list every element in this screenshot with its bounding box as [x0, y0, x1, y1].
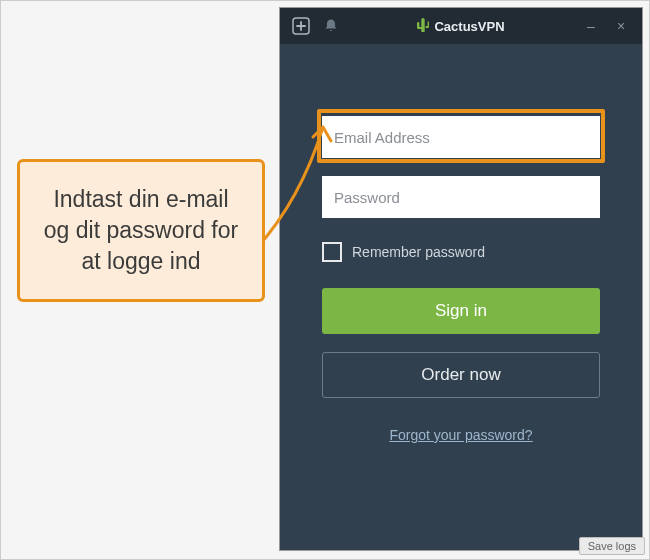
order-button[interactable]: Order now — [322, 352, 600, 398]
login-form: Remember password Sign in Order now Forg… — [280, 44, 642, 550]
window-controls: – × — [576, 11, 636, 41]
annotation-text: Indtast din e-mail og dit password for a… — [44, 186, 238, 274]
remember-checkbox[interactable] — [322, 242, 342, 262]
email-field[interactable] — [322, 116, 600, 158]
cactus-icon — [417, 18, 429, 34]
forgot-row: Forgot your password? — [322, 426, 600, 444]
minimize-button[interactable]: – — [576, 11, 606, 41]
annotation-callout: Indtast din e-mail og dit password for a… — [17, 159, 265, 302]
password-field[interactable] — [322, 176, 600, 218]
signin-button[interactable]: Sign in — [322, 288, 600, 334]
add-icon[interactable] — [286, 11, 316, 41]
remember-row: Remember password — [322, 242, 600, 262]
brand-name: CactusVPN — [434, 19, 504, 34]
app-window: CactusVPN – × Remember password Sign in … — [279, 7, 643, 551]
save-logs-button[interactable]: Save logs — [579, 537, 645, 555]
bell-icon[interactable] — [316, 11, 346, 41]
remember-label: Remember password — [352, 244, 485, 260]
close-button[interactable]: × — [606, 11, 636, 41]
forgot-password-link[interactable]: Forgot your password? — [389, 427, 532, 443]
titlebar: CactusVPN – × — [280, 8, 642, 44]
